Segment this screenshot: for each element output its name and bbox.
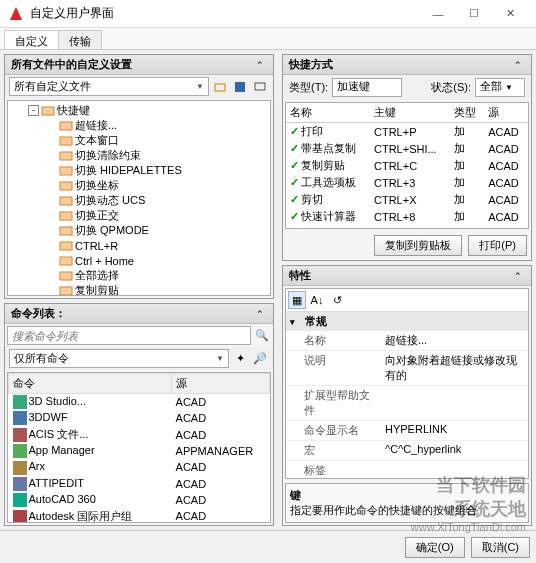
panel-collapse-icon[interactable]: ⌃ — [511, 58, 525, 72]
tab-customize[interactable]: 自定义 — [4, 30, 59, 49]
search-icon[interactable]: 🔍 — [253, 326, 271, 344]
find-icon[interactable]: 🔎 — [251, 350, 269, 368]
prop-tag-key: 标签 — [286, 461, 381, 479]
prop-display-value[interactable]: HYPERLINK — [381, 421, 528, 440]
prop-display-key: 命令显示名 — [286, 421, 381, 440]
tree-item[interactable]: 切换清除约束 — [10, 148, 268, 163]
prop-name-key: 名称 — [286, 331, 381, 350]
command-row[interactable]: ACIS 文件...ACAD — [9, 426, 270, 443]
prop-name-value[interactable]: 超链接... — [381, 331, 528, 350]
shortcuts-title: 快捷方式 — [289, 57, 333, 72]
dialog-footer: 确定(O) 取消(C) — [0, 530, 536, 563]
command-row[interactable]: ArxACAD — [9, 459, 270, 475]
svg-rect-4 — [60, 122, 72, 130]
display-icon[interactable] — [251, 78, 269, 96]
shortcut-row[interactable]: ✓剪切CTRL+X加ACAD — [286, 191, 528, 208]
command-list-panel-header: 命令列表： ⌃ — [5, 304, 273, 324]
close-button[interactable]: ✕ — [492, 0, 528, 28]
svg-rect-3 — [42, 107, 54, 115]
tab-transfer[interactable]: 传输 — [58, 30, 102, 49]
tree-item[interactable]: CTRL+R — [10, 238, 268, 253]
tree-item[interactable]: 切换坐标 — [10, 178, 268, 193]
titlebar: 自定义用户界面 — ☐ ✕ — [0, 0, 536, 28]
maximize-button[interactable]: ☐ — [456, 0, 492, 28]
svg-rect-14 — [60, 272, 72, 280]
shortcut-row[interactable]: ✓另存为...CTRL+SHI...加ACAD — [286, 225, 528, 229]
command-row[interactable]: App ManagerAPPMANAGER — [9, 443, 270, 459]
command-row[interactable]: 3DDWFACAD — [9, 410, 270, 426]
svg-rect-9 — [60, 197, 72, 205]
prop-desc-value[interactable]: 向对象附着超链接或修改现有的 — [381, 351, 528, 385]
tree-item[interactable]: -快捷键 — [10, 103, 268, 118]
svg-rect-7 — [60, 167, 72, 175]
cancel-button[interactable]: 取消(C) — [471, 537, 530, 558]
copy-clipboard-button[interactable]: 复制到剪贴板 — [374, 235, 462, 256]
tree-item[interactable]: 文本窗口 — [10, 133, 268, 148]
svg-rect-10 — [60, 212, 72, 220]
properties-grid[interactable]: ▦ A↓ ↺ ▾常规 名称超链接... 说明向对象附着超链接或修改现有的 扩展型… — [285, 288, 529, 479]
command-filter-combo[interactable]: 仅所有命令▼ — [9, 349, 229, 368]
svg-rect-11 — [60, 227, 72, 235]
customizations-title: 所有文件中的自定义设置 — [11, 57, 132, 72]
minimize-button[interactable]: — — [420, 0, 456, 28]
customization-tree[interactable]: -快捷键超链接...文本窗口切换清除约束切换 HIDEPALETTES切换坐标切… — [7, 100, 271, 296]
prop-help-value[interactable] — [381, 386, 528, 420]
shortcut-row[interactable]: ✓快速计算器CTRL+8加ACAD — [286, 208, 528, 225]
properties-title: 特性 — [289, 268, 311, 283]
prop-help-key: 扩展型帮助文件 — [286, 386, 381, 420]
svg-rect-2 — [255, 83, 265, 90]
tree-item[interactable]: 复制剪贴 — [10, 283, 268, 296]
shortcut-row[interactable]: ✓工具选项板CTRL+3加ACAD — [286, 174, 528, 191]
command-row[interactable]: ATTIPEDITACAD — [9, 476, 270, 492]
window-title: 自定义用户界面 — [30, 5, 420, 22]
tree-item[interactable]: 超链接... — [10, 118, 268, 133]
category-general[interactable]: ▾常规 — [286, 312, 528, 331]
app-logo-icon — [8, 6, 24, 22]
tree-item[interactable]: 切换 HIDEPALETTES — [10, 163, 268, 178]
alphabetical-icon[interactable]: A↓ — [308, 291, 326, 309]
svg-rect-15 — [60, 287, 72, 295]
customization-files-combo[interactable]: 所有自定义文件▼ — [9, 77, 209, 96]
svg-rect-5 — [60, 137, 72, 145]
panel-collapse-icon[interactable]: ⌃ — [253, 58, 267, 72]
command-row[interactable]: Autodesk 国际用户组ACAD — [9, 508, 270, 523]
type-label: 类型(T): — [289, 80, 328, 95]
shortcut-row[interactable]: ✓复制剪贴CTRL+C加ACAD — [286, 157, 528, 174]
save-icon[interactable] — [231, 78, 249, 96]
tree-item[interactable]: Ctrl + Home — [10, 253, 268, 268]
command-row[interactable]: AutoCAD 360ACAD — [9, 492, 270, 508]
tree-item[interactable]: 切换 QPMODE — [10, 223, 268, 238]
tree-item[interactable]: 全部选择 — [10, 268, 268, 283]
svg-rect-12 — [60, 242, 72, 250]
open-icon[interactable] — [211, 78, 229, 96]
categorized-icon[interactable]: ▦ — [288, 291, 306, 309]
main-tabs: 自定义 传输 — [0, 28, 536, 50]
shortcuts-table[interactable]: 名称主键类型源✓打印CTRL+P加ACAD✓带基点复制CTRL+SHI...加A… — [285, 102, 529, 229]
new-command-icon[interactable]: ✦ — [231, 350, 249, 368]
reset-icon[interactable]: ↺ — [328, 291, 346, 309]
customizations-panel-header: 所有文件中的自定义设置 ⌃ — [5, 55, 273, 75]
print-button[interactable]: 打印(P) — [468, 235, 527, 256]
property-description: 键 指定要用作此命令的快捷键的按键组合 — [285, 483, 529, 523]
command-search-input[interactable] — [7, 326, 251, 345]
prop-macro-value[interactable]: ^C^C_hyperlink — [381, 441, 528, 460]
shortcut-row[interactable]: ✓带基点复制CTRL+SHI...加ACAD — [286, 140, 528, 157]
svg-rect-6 — [60, 152, 72, 160]
svg-rect-1 — [235, 82, 245, 92]
prop-desc-key: 说明 — [286, 351, 381, 385]
prop-macro-key: 宏 — [286, 441, 381, 460]
command-list[interactable]: 命令源3D Studio...ACAD3DDWFACADACIS 文件...AC… — [7, 372, 271, 523]
ok-button[interactable]: 确定(O) — [405, 537, 465, 558]
type-select[interactable]: 加速键 — [332, 78, 402, 97]
command-list-title: 命令列表： — [11, 306, 66, 321]
panel-collapse-icon[interactable]: ⌃ — [511, 269, 525, 283]
svg-rect-13 — [60, 257, 72, 265]
tree-item[interactable]: 切换动态 UCS — [10, 193, 268, 208]
command-row[interactable]: 3D Studio...ACAD — [9, 394, 270, 411]
panel-collapse-icon[interactable]: ⌃ — [253, 307, 267, 321]
tree-item[interactable]: 切换正交 — [10, 208, 268, 223]
state-select[interactable]: 全部 ▼ — [475, 78, 525, 97]
shortcut-row[interactable]: ✓打印CTRL+P加ACAD — [286, 123, 528, 141]
svg-rect-8 — [60, 182, 72, 190]
prop-tag-value[interactable] — [381, 461, 528, 479]
